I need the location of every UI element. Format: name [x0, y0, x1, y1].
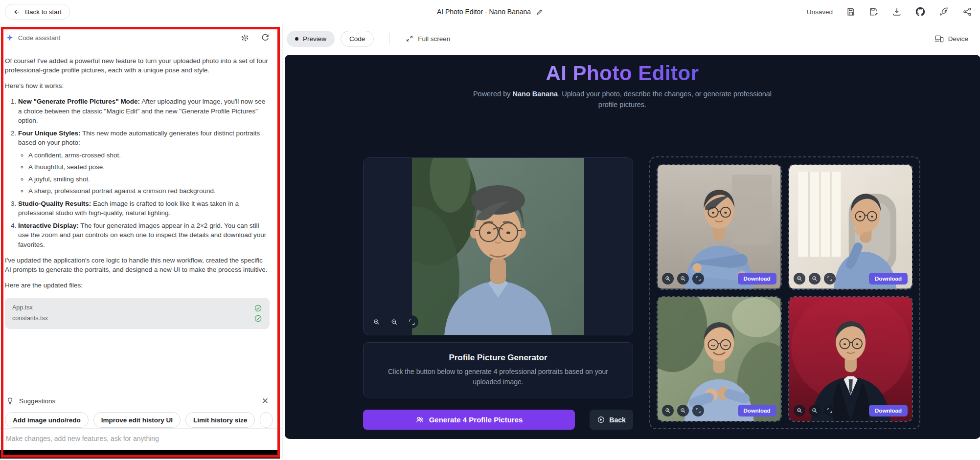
zoom-in-button[interactable] — [794, 273, 805, 285]
app-back-label: Back — [609, 416, 625, 424]
document-title-bar: AI Photo Editor - Nano Banana — [437, 0, 543, 23]
style-item: A confident, arms-crossed shot. — [28, 151, 270, 160]
save-button[interactable] — [846, 7, 856, 17]
suggestion-chip-partial[interactable] — [260, 412, 273, 428]
tab-code[interactable]: Code — [341, 31, 374, 47]
save-icon — [846, 7, 856, 17]
zoom-out-button[interactable] — [677, 405, 689, 416]
portrait-tile-confident: Download — [657, 164, 782, 290]
style-item: A thoughtful, seated pose. — [28, 162, 270, 172]
back-circle-icon — [597, 416, 605, 424]
zoom-out-button[interactable] — [387, 315, 401, 329]
reset-view-icon — [827, 276, 833, 282]
zoom-in-button[interactable] — [662, 405, 674, 416]
suggestion-chip[interactable]: Improve edit history UI — [93, 412, 181, 428]
app-back-button[interactable]: Back — [590, 410, 633, 430]
back-to-start-button[interactable]: Back to start — [5, 4, 70, 20]
people-icon — [415, 416, 424, 424]
assistant-refresh-button[interactable] — [261, 33, 270, 42]
reset-view-icon — [409, 319, 415, 326]
deploy-button[interactable] — [939, 7, 949, 17]
zoom-out-button[interactable] — [677, 273, 689, 285]
step-item: Interactive Display: The four generated … — [18, 221, 270, 249]
share-icon — [962, 7, 972, 17]
download-portrait-button[interactable]: Download — [738, 273, 776, 285]
preview-pane: Preview Code Full screen Device AI Photo… — [282, 23, 980, 460]
portrait-crimson-image[interactable] — [789, 297, 912, 421]
file-name: App.tsx — [12, 304, 33, 312]
step-item: New "Generate Profile Pictures" Mode: Af… — [18, 97, 270, 125]
zoom-in-button[interactable] — [662, 273, 674, 285]
assistant-settings-button[interactable] — [240, 33, 250, 43]
subtitle-brand: Nano Banana — [513, 90, 558, 98]
portrait-tile-joyful: Download — [657, 296, 782, 422]
tile-controls — [662, 405, 704, 416]
edit-title-icon[interactable] — [536, 8, 543, 16]
zoom-out-button[interactable] — [809, 405, 820, 416]
bottom-strip — [0, 450, 280, 459]
zoom-out-button[interactable] — [809, 273, 820, 285]
file-row[interactable]: App.tsx — [12, 303, 262, 313]
check-circle-icon — [254, 304, 262, 312]
reset-view-button[interactable] — [692, 405, 704, 416]
full-screen-button[interactable]: Full screen — [403, 34, 453, 43]
app-canvas: AI Photo Editor Powered by Nano Banana. … — [285, 55, 980, 439]
reset-view-button[interactable] — [405, 315, 418, 329]
zoom-in-icon — [373, 319, 380, 326]
suggestion-chip[interactable]: Add image undo/redo — [5, 412, 89, 428]
step-item: Studio-Quality Results: Each image is cr… — [18, 199, 270, 218]
download-portrait-button[interactable]: Download — [869, 273, 908, 285]
refresh-icon — [261, 33, 270, 42]
step-title: Studio-Quality Results: — [18, 200, 91, 207]
full-screen-label: Full screen — [418, 35, 450, 43]
download-portrait-button[interactable]: Download — [869, 405, 908, 416]
prompt-input-row — [0, 428, 282, 450]
preview-toolbar: Preview Code Full screen Device — [283, 23, 980, 54]
download-app-button[interactable] — [892, 7, 902, 17]
zoom-in-button[interactable] — [370, 315, 383, 329]
steps-list: New "Generate Profile Pictures" Mode: Af… — [5, 97, 270, 249]
subtitle-prefix: Powered by — [473, 90, 513, 98]
zoom-in-icon — [797, 408, 802, 414]
styles-list: A confident, arms-crossed shot. A though… — [18, 151, 270, 196]
suggestion-chips: Add image undo/redo Improve edit history… — [5, 412, 282, 428]
generate-profiles-button[interactable]: Generate 4 Profile Pictures — [363, 410, 575, 430]
portrait-thoughtful-image[interactable] — [789, 165, 912, 289]
rocket-icon — [939, 7, 949, 17]
app-header: AI Photo Editor Powered by Nano Banana. … — [363, 62, 882, 110]
portrait-tile-thoughtful: Download — [788, 164, 913, 290]
reset-view-button[interactable] — [692, 273, 704, 285]
check-circle-icon — [254, 314, 262, 323]
save-as-button[interactable] — [869, 7, 879, 17]
portrait-joyful-image[interactable] — [658, 297, 781, 421]
suggestions-title: Suggestions — [19, 397, 55, 405]
subtitle-suffix: . Upload your photo, describe the change… — [558, 90, 772, 109]
back-to-start-label: Back to start — [25, 8, 62, 16]
share-button[interactable] — [962, 7, 972, 17]
uploaded-photo-image[interactable] — [412, 158, 584, 335]
close-suggestions-button[interactable]: ✕ — [259, 396, 272, 406]
device-button[interactable]: Device — [932, 34, 971, 44]
reset-view-icon — [827, 408, 833, 414]
github-button[interactable] — [915, 6, 926, 17]
tab-preview[interactable]: Preview — [287, 31, 335, 47]
lightbulb-icon — [6, 397, 14, 405]
tab-code-label: Code — [349, 35, 365, 43]
tab-preview-label: Preview — [303, 35, 326, 43]
reset-view-icon — [695, 408, 701, 414]
tile-controls — [794, 273, 836, 285]
active-dot-icon — [295, 37, 298, 41]
zoom-in-button[interactable] — [794, 405, 805, 416]
file-row[interactable]: constants.tsx — [12, 313, 262, 324]
suggestion-chip[interactable]: Limit history size — [185, 412, 255, 428]
reset-view-button[interactable] — [824, 405, 836, 416]
zoom-out-icon — [812, 408, 818, 414]
step-title: Interactive Display: — [18, 222, 79, 229]
file-name: constants.tsx — [12, 314, 48, 323]
portrait-confident-image[interactable] — [658, 165, 781, 289]
style-item: A joyful, smiling shot. — [28, 175, 270, 184]
prompt-input[interactable] — [5, 434, 277, 443]
uploaded-photo-card — [363, 157, 633, 335]
reset-view-button[interactable] — [824, 273, 836, 285]
download-portrait-button[interactable]: Download — [738, 405, 776, 416]
